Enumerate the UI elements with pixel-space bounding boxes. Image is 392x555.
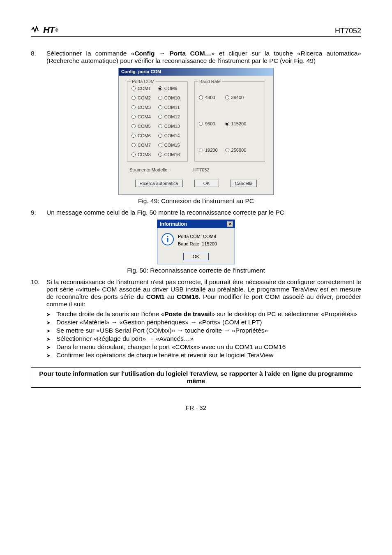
fig49-caption: Fig. 49: Connexion de l'instrument au PC: [31, 197, 361, 205]
bullet-icon: [46, 335, 53, 342]
page-number: FR - 32: [31, 404, 361, 411]
bullet-icon: [46, 319, 53, 326]
ok-button[interactable]: OK: [194, 180, 219, 187]
radio-com13[interactable]: COM13: [158, 124, 180, 129]
information-dialog: Information ✕ i Porta COM: COM9 Baud Rat…: [157, 220, 235, 264]
radio-com8[interactable]: COM8: [131, 152, 151, 157]
radio-115200[interactable]: 115200: [225, 121, 247, 126]
substep-3: Se mettre sur «USB Serial Port (COMxx)» …: [46, 327, 361, 334]
ricerca-automatica-button[interactable]: Ricerca automatica: [135, 180, 183, 187]
substep-1: Touche droite de la souris sur l'icône «…: [46, 310, 361, 318]
bullet-icon: [46, 352, 53, 359]
baud-col-right: 38400 115200 256000: [225, 86, 247, 153]
radio-com7[interactable]: COM7: [131, 143, 151, 148]
radio-com10[interactable]: COM10: [158, 95, 180, 100]
radio-com1[interactable]: COM1: [131, 86, 151, 91]
radio-com16[interactable]: COM16: [158, 152, 180, 157]
substep-2: Dossier «Matériel» → «Gestion périphériq…: [46, 319, 361, 326]
radio-com2[interactable]: COM2: [131, 95, 151, 100]
bullet-icon: [46, 343, 53, 351]
logo: HT ®: [31, 25, 58, 35]
radio-19200[interactable]: 19200: [199, 148, 218, 153]
radio-com3[interactable]: COM3: [131, 105, 151, 110]
config-porta-com-dialog: Config. porta COM Porta COM COM1 COM2 CO…: [118, 68, 274, 195]
note-box: Pour toute information sur l'utilisation…: [31, 367, 361, 388]
radio-com12[interactable]: COM12: [158, 114, 180, 119]
info-ok-button[interactable]: OK: [183, 253, 209, 260]
porta-col-left: COM1 COM2 COM3 COM4 COM5 COM6 COM7 COM8: [131, 86, 151, 157]
radio-38400[interactable]: 38400: [225, 95, 247, 100]
radio-com6[interactable]: COM6: [131, 133, 151, 138]
step-9: 9. Un message comme celui de la Fig. 50 …: [31, 209, 361, 216]
modello-value: HT7052: [193, 167, 209, 172]
radio-com9[interactable]: COM9: [158, 86, 180, 91]
bullet-icon: [46, 310, 53, 318]
baud-col-left: 4800 9600 19200: [199, 86, 218, 153]
info-dialog-titlebar: Information ✕: [157, 220, 235, 228]
radio-com5[interactable]: COM5: [131, 124, 151, 129]
page-header: HT ® HT7052: [31, 25, 361, 37]
logo-text: HT: [43, 25, 54, 35]
modello-label: Strumento Modello:: [129, 167, 168, 172]
radio-4800[interactable]: 4800: [199, 95, 218, 100]
info-icon: i: [161, 233, 174, 245]
porta-col-right: COM9 COM10 COM11 COM12 COM13 COM14 COM15…: [158, 86, 180, 157]
substep-5: Dans le menu déroulant, changer le port …: [46, 343, 361, 351]
fig50-caption: Fig. 50: Reconnaissance correcte de l'in…: [31, 267, 361, 274]
strumento-modello-row: Strumento Modello: HT7052: [129, 167, 265, 172]
radio-com4[interactable]: COM4: [131, 114, 151, 119]
cancella-button[interactable]: Cancella: [231, 180, 257, 187]
bullet-icon: [46, 327, 53, 334]
substep-4: Sélectionner «Réglage du port» → «Avancé…: [46, 335, 361, 342]
dialog-title: Config. porta COM: [119, 68, 273, 76]
step-10: 10. Si la reconnaissance de l'instrument…: [31, 278, 361, 360]
radio-com15[interactable]: COM15: [158, 143, 180, 148]
radio-com11[interactable]: COM11: [158, 105, 180, 110]
radio-9600[interactable]: 9600: [199, 121, 218, 126]
info-text: Porta COM: COM9 Baud Rate: 115200: [178, 233, 217, 247]
baud-rate-group: Baud Rate 4800 9600 19200 38400 115200 2…: [194, 81, 265, 162]
porta-com-group: Porta COM COM1 COM2 COM3 COM4 COM5 COM6 …: [127, 81, 188, 162]
radio-256000[interactable]: 256000: [225, 148, 247, 153]
header-model: HT7052: [335, 27, 361, 35]
substep-6: Confirmer les opérations de chaque fenêt…: [46, 352, 361, 359]
step-8: 8. Sélectionner la commande «Config → Po…: [31, 50, 361, 65]
close-icon[interactable]: ✕: [227, 221, 233, 227]
radio-com14[interactable]: COM14: [158, 133, 180, 138]
info-dialog-title: Information: [160, 221, 187, 227]
